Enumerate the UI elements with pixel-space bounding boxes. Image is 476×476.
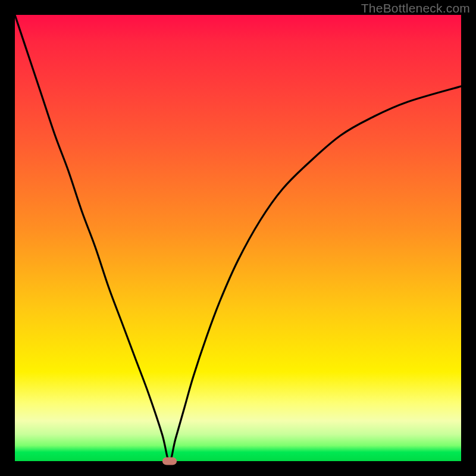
- bottleneck-curve: [15, 15, 461, 461]
- watermark-text: TheBottleneck.com: [361, 1, 470, 15]
- chart-frame: TheBottleneck.com: [0, 0, 476, 476]
- optimum-marker: [162, 458, 177, 465]
- plot-area: [15, 15, 461, 461]
- curve-svg: [15, 15, 461, 461]
